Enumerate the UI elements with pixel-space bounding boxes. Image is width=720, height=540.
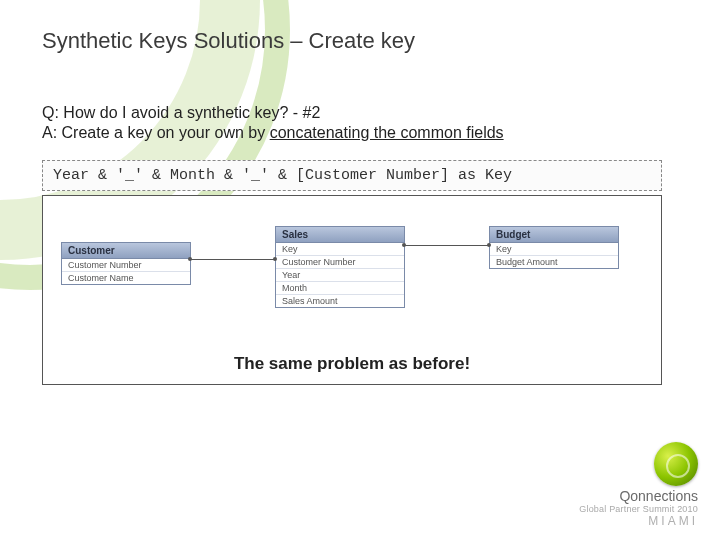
table-sales: Sales Key Customer Number Year Month Sal… bbox=[275, 226, 405, 308]
a-lead: Create a key on your own by bbox=[62, 124, 270, 141]
connector-sales-budget bbox=[404, 245, 489, 246]
table-customer-field: Customer Name bbox=[62, 272, 190, 284]
brand-logo-icon bbox=[654, 442, 698, 486]
table-budget-field: Budget Amount bbox=[490, 256, 618, 268]
connector-customer-sales bbox=[190, 259, 275, 260]
q-text: How do I avoid a synthetic key? - #2 bbox=[63, 104, 320, 121]
table-sales-field: Year bbox=[276, 269, 404, 282]
connector-dot bbox=[487, 243, 491, 247]
a-prefix: A: bbox=[42, 124, 62, 141]
table-sales-field: Key bbox=[276, 243, 404, 256]
table-sales-field: Customer Number bbox=[276, 256, 404, 269]
connector-dot bbox=[188, 257, 192, 261]
page-title: Synthetic Keys Solutions – Create key bbox=[42, 28, 678, 54]
diagram-caption: The same problem as before! bbox=[43, 354, 661, 374]
table-budget: Budget Key Budget Amount bbox=[489, 226, 619, 269]
table-sales-field: Sales Amount bbox=[276, 295, 404, 307]
footer-location: MIAMI bbox=[579, 514, 698, 528]
a-underlined: concatenating the common fields bbox=[270, 124, 504, 141]
footer: Qonnections Global Partner Summit 2010 M… bbox=[579, 442, 698, 528]
footer-subtitle: Global Partner Summit 2010 bbox=[579, 504, 698, 514]
connector-dot bbox=[402, 243, 406, 247]
table-budget-field: Key bbox=[490, 243, 618, 256]
table-sales-header: Sales bbox=[276, 227, 404, 243]
table-customer-field: Customer Number bbox=[62, 259, 190, 272]
connector-dot bbox=[273, 257, 277, 261]
code-expression: Year & '_' & Month & '_' & [Customer Num… bbox=[42, 160, 662, 191]
table-budget-header: Budget bbox=[490, 227, 618, 243]
answer-line: A: Create a key on your own by concatena… bbox=[42, 124, 678, 142]
table-customer-header: Customer bbox=[62, 243, 190, 259]
schema-diagram: Customer Customer Number Customer Name S… bbox=[42, 195, 662, 385]
table-sales-field: Month bbox=[276, 282, 404, 295]
q-prefix: Q: bbox=[42, 104, 63, 121]
table-customer: Customer Customer Number Customer Name bbox=[61, 242, 191, 285]
footer-brand: Qonnections bbox=[579, 488, 698, 504]
question-line: Q: How do I avoid a synthetic key? - #2 bbox=[42, 104, 678, 122]
